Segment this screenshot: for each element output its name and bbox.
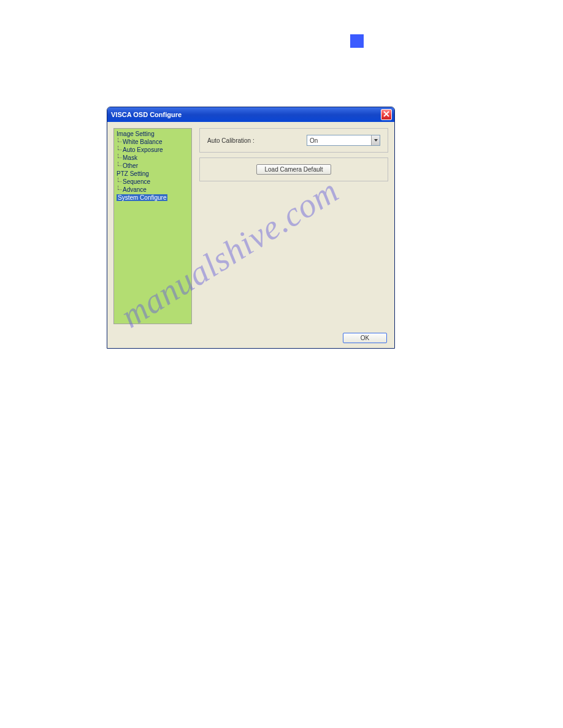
tree-label: Image Setting: [117, 131, 155, 137]
tree-item-system-configure[interactable]: System Configure: [115, 194, 190, 202]
dialog-body: Image Setting White Balance Auto Exposur…: [107, 122, 394, 327]
dialog-title: VISCA OSD Configure: [111, 111, 182, 118]
dropdown-value: On: [310, 137, 318, 144]
tree-label: Auto Exposure: [123, 146, 163, 153]
tree-item-advance[interactable]: Advance: [115, 186, 190, 194]
tree-item-auto-exposure[interactable]: Auto Exposure: [115, 146, 190, 154]
tree-label: Advance: [123, 186, 147, 193]
tree-item-mask[interactable]: Mask: [115, 154, 190, 162]
tree-item-ptz-setting[interactable]: PTZ Setting: [115, 170, 190, 178]
auto-calibration-dropdown[interactable]: On: [307, 135, 380, 146]
group-auto-calibration: Auto Calibration : On: [199, 128, 388, 153]
content-panel: Auto Calibration : On Load Camera Defaul…: [192, 128, 388, 321]
tree-label: White Balance: [123, 138, 162, 145]
dialog-visca-osd-configure: VISCA OSD Configure Image Setting White …: [107, 107, 395, 349]
chevron-down-icon: [371, 135, 380, 145]
tree-label: PTZ Setting: [117, 170, 149, 177]
auto-calibration-label: Auto Calibration :: [207, 137, 255, 144]
close-button[interactable]: [381, 109, 392, 120]
tree-item-white-balance[interactable]: White Balance: [115, 138, 190, 146]
tree-item-image-setting[interactable]: Image Setting: [115, 130, 190, 138]
group-load-default: Load Camera Default: [199, 157, 388, 181]
decorative-square: [350, 34, 364, 48]
tree-label: System Configure: [117, 194, 167, 201]
tree-item-sequence[interactable]: Sequence: [115, 178, 190, 186]
dialog-footer: OK: [107, 327, 394, 347]
tree-panel[interactable]: Image Setting White Balance Auto Exposur…: [113, 128, 192, 324]
ok-button[interactable]: OK: [343, 333, 387, 343]
close-icon: [383, 111, 389, 118]
titlebar[interactable]: VISCA OSD Configure: [107, 107, 394, 122]
tree-item-other[interactable]: Other: [115, 162, 190, 170]
load-camera-default-button[interactable]: Load Camera Default: [256, 164, 331, 175]
tree-label: Other: [123, 162, 138, 169]
tree-label: Mask: [123, 154, 137, 161]
tree-label: Sequence: [123, 178, 150, 185]
